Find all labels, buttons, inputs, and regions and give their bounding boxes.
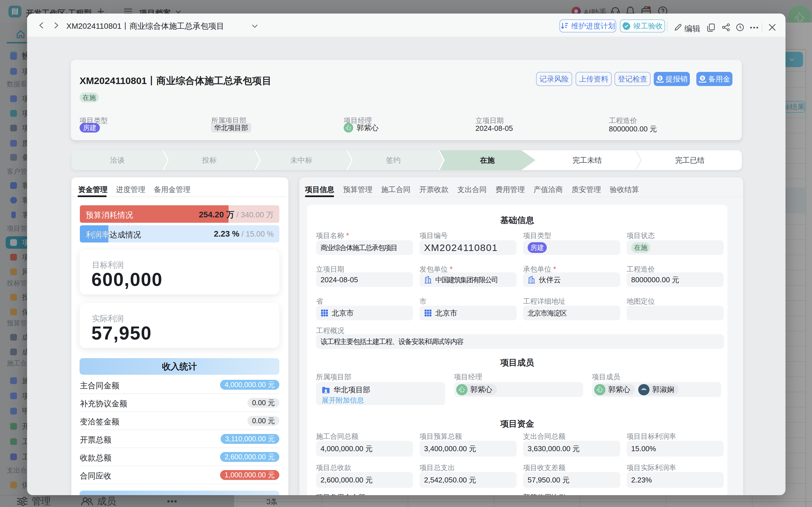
svg-text:洽谈: 洽谈 — [110, 156, 125, 164]
svg-text:未中标: 未中标 — [290, 156, 312, 164]
svg-text:签约: 签约 — [386, 156, 401, 164]
svg-text:$: $ — [701, 75, 704, 80]
svg-text:完工未结: 完工未结 — [573, 156, 602, 164]
svg-text:投标: 投标 — [202, 156, 217, 164]
svg-text:完工已结: 完工已结 — [675, 156, 704, 164]
svg-text:在施: 在施 — [480, 156, 495, 164]
svg-text:$: $ — [659, 75, 661, 80]
